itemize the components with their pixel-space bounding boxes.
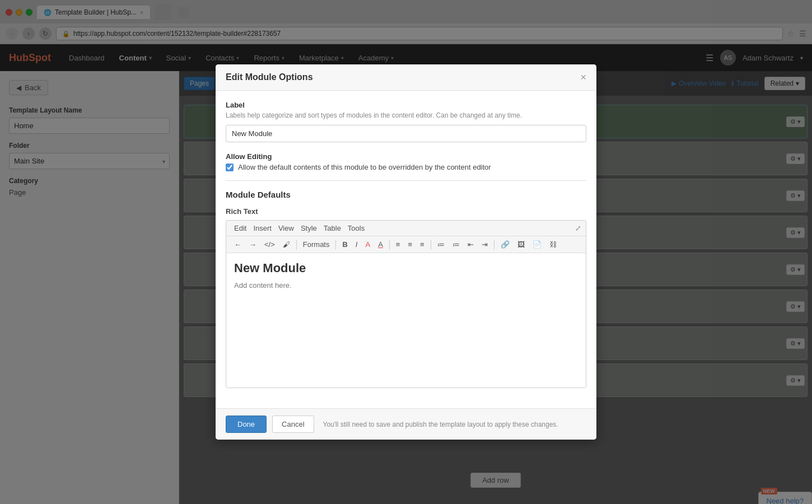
code-button[interactable]: </> <box>261 239 278 250</box>
number-list-button[interactable]: ≔ <box>449 239 463 250</box>
section-divider <box>226 180 586 181</box>
module-defaults-heading: Module Defaults <box>226 190 586 199</box>
footer-note: You'll still need to save and publish th… <box>323 421 558 428</box>
modal-close-button[interactable]: × <box>580 72 586 82</box>
toolbar-sep-1 <box>296 240 297 250</box>
link-button[interactable]: 🔗 <box>497 239 513 250</box>
media-button[interactable]: ⛓ <box>546 239 560 250</box>
toolbar-sep-5 <box>494 240 494 250</box>
module-defaults-section: Module Defaults Rich Text Edit Insert Vi… <box>226 190 586 388</box>
formats-button[interactable]: Formats <box>300 239 333 250</box>
bold-button[interactable]: B <box>339 239 351 250</box>
italic-button[interactable]: I <box>352 239 361 250</box>
label-section-desc: Labels help categorize and sort types of… <box>226 111 586 119</box>
modal-footer: Done Cancel You'll still need to save an… <box>216 408 596 440</box>
toolbar-sep-2 <box>335 240 336 250</box>
menu-tools[interactable]: Tools <box>344 223 368 234</box>
toolbar-sep-3 <box>389 240 390 250</box>
outdent-button[interactable]: ⇤ <box>464 239 477 250</box>
modal-overlay: Edit Module Options × Label Labels help … <box>0 0 812 504</box>
allow-editing-label: Allow the default contents of this modul… <box>238 163 491 171</box>
format-painter-button[interactable]: 🖌 <box>279 239 293 250</box>
menu-insert[interactable]: Insert <box>250 223 275 234</box>
label-section: Label Labels help categorize and sort ty… <box>226 101 586 142</box>
highlight-button[interactable]: A <box>375 239 386 250</box>
rich-text-editor[interactable]: Edit Insert View Style Table Tools ⤢ ← →… <box>226 220 586 388</box>
editor-heading: New Module <box>234 261 578 276</box>
toolbar-sep-4 <box>431 240 431 250</box>
image-button[interactable]: 🖼 <box>514 239 528 250</box>
editor-body-text: Add content here. <box>234 281 578 290</box>
menu-table[interactable]: Table <box>320 223 344 234</box>
menu-style[interactable]: Style <box>297 223 320 234</box>
modal-body: Label Labels help categorize and sort ty… <box>216 91 596 408</box>
rich-text-label: Rich Text <box>226 207 586 216</box>
align-right-button[interactable]: ≡ <box>417 239 428 250</box>
align-left-button[interactable]: ≡ <box>393 239 404 250</box>
modal-title: Edit Module Options <box>226 72 313 82</box>
editor-toolbar: ← → </> 🖌 Formats B I A A ≡ ≡ <box>226 236 586 253</box>
menu-edit[interactable]: Edit <box>231 223 250 234</box>
font-color-button[interactable]: A <box>362 239 374 250</box>
align-center-button[interactable]: ≡ <box>404 239 416 250</box>
editor-menubar: Edit Insert View Style Table Tools ⤢ <box>226 221 586 236</box>
label-section-heading: Label <box>226 101 586 109</box>
checkbox-row: Allow the default contents of this modul… <box>226 163 586 171</box>
cancel-button[interactable]: Cancel <box>272 416 314 433</box>
document-button[interactable]: 📄 <box>529 239 545 250</box>
indent-button[interactable]: ⇥ <box>478 239 491 250</box>
bullet-list-button[interactable]: ≔ <box>434 239 448 250</box>
edit-module-modal: Edit Module Options × Label Labels help … <box>216 64 596 440</box>
modal-header: Edit Module Options × <box>216 64 596 91</box>
done-button[interactable]: Done <box>226 416 267 433</box>
editor-expand-icon[interactable]: ⤢ <box>575 224 581 232</box>
redo-button[interactable]: → <box>246 239 260 250</box>
menu-view[interactable]: View <box>275 223 297 234</box>
allow-editing-heading: Allow Editing <box>226 152 586 161</box>
label-input[interactable] <box>226 125 586 142</box>
editor-content-area[interactable]: New Module Add content here. <box>226 253 586 388</box>
allow-editing-checkbox[interactable] <box>226 164 234 171</box>
undo-button[interactable]: ← <box>231 239 245 250</box>
allow-editing-section: Allow Editing Allow the default contents… <box>226 152 586 171</box>
